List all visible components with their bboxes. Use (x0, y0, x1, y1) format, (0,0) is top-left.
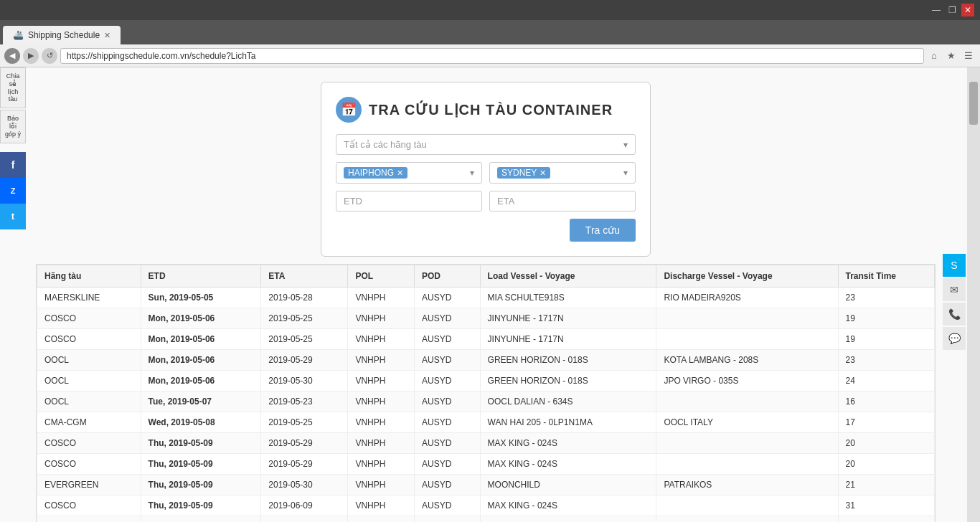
right-email-icon[interactable]: ✉ (943, 278, 966, 301)
page-content: Chia sẻ lịch tàu Báo lỗi góp ý f Z t S ✉… (0, 67, 980, 522)
scrollbar-thumb[interactable] (969, 82, 978, 125)
right-chat-icon[interactable]: 💬 (943, 327, 966, 350)
facebook-button[interactable]: f (0, 152, 26, 178)
right-skype-icon[interactable]: S (943, 254, 966, 277)
cell-transit-time: 21 (838, 475, 935, 495)
cell-load-vessel: MOONCHILD (480, 475, 656, 495)
cell-load-vessel: OOCL DALIAN - 634S (480, 392, 656, 412)
forward-button[interactable]: ▶ (23, 48, 39, 64)
cell-carrier: COSCO (37, 329, 141, 350)
cell-transit-time: 16 (838, 392, 935, 412)
cell-discharge-vessel (656, 308, 838, 329)
back-button[interactable]: ◀ (4, 48, 20, 64)
close-button[interactable]: ✕ (961, 4, 974, 16)
cell-load-vessel: MAX KING - 024S (480, 516, 656, 523)
maximize-button[interactable]: ❐ (946, 4, 958, 16)
cell-etd: Mon, 2019-05-06 (141, 350, 261, 371)
star-icon[interactable]: ★ (944, 49, 958, 63)
table-row: OOCL Tue, 2019-05-07 2019-05-23 VNHPH AU… (37, 392, 935, 412)
scrollbar[interactable] (967, 67, 980, 522)
window-controls[interactable]: — ❐ ✕ (930, 4, 974, 16)
table-row: EVERGREEN Thu, 2019-05-09 2019-05-30 VNH… (37, 475, 935, 495)
cell-etd: Sun, 2019-05-05 (141, 288, 261, 308)
table-row: COSCO Thu, 2019-05-09 2019-05-29 VNHPH A… (37, 454, 935, 475)
cell-pol: VNHPH (348, 392, 415, 412)
table-header-row: Hãng tàu ETD ETA POL POD Load Vessel - V… (37, 265, 935, 288)
etd-field[interactable]: ETD (336, 191, 482, 212)
table-row: MAERSKLINE Sun, 2019-05-05 2019-05-28 VN… (37, 288, 935, 308)
cell-transit-time: 20 (838, 454, 935, 475)
cell-etd: Wed, 2019-05-08 (141, 412, 261, 433)
active-tab[interactable]: 🚢 Shipping Schedule ✕ (3, 26, 121, 44)
right-phone-icon[interactable]: 📞 (943, 303, 966, 326)
origin-clear-button[interactable]: ✕ (397, 169, 403, 178)
cell-pol: VNHPH (348, 288, 415, 308)
cell-pod: AUSYD (415, 495, 481, 516)
cell-eta: 2019-05-25 (261, 412, 348, 433)
cell-carrier: EVERGREEN (37, 475, 141, 495)
cell-etd: Thu, 2019-05-09 (141, 433, 261, 454)
cell-carrier: OOCL (37, 371, 141, 392)
destination-value: SYDNEY (501, 168, 537, 178)
cell-load-vessel: JINYUNHE - 1717N (480, 329, 656, 350)
zalo-button[interactable]: Z (0, 178, 26, 204)
minimize-button[interactable]: — (930, 4, 943, 16)
cell-etd: Mon, 2019-05-06 (141, 329, 261, 350)
search-button[interactable]: Tra cứu (570, 219, 636, 242)
cell-transit-time: 20 (838, 433, 935, 454)
tab-bar: 🚢 Shipping Schedule ✕ (0, 20, 980, 44)
table-row: COSCO Mon, 2019-05-06 2019-05-25 VNHPH A… (37, 329, 935, 350)
header-carrier: Hãng tàu (37, 265, 141, 288)
left-sidebar: Chia sẻ lịch tàu Báo lỗi góp ý f Z t (0, 67, 27, 229)
cell-transit-time: 31 (838, 495, 935, 516)
origin-chevron-icon: ▾ (470, 168, 474, 178)
cell-carrier: COSCO (37, 495, 141, 516)
settings-icon[interactable]: ☰ (961, 49, 976, 63)
cell-etd: Tue, 2019-05-07 (141, 392, 261, 412)
reload-button[interactable]: ↺ (42, 48, 57, 64)
cell-pol: VNHPH (348, 371, 415, 392)
tab-close-button[interactable]: ✕ (104, 31, 110, 40)
cell-discharge-vessel: JPO VIRGO - 035S (656, 371, 838, 392)
cell-load-vessel: GREEN HORIZON - 018S (480, 371, 656, 392)
cell-etd: Thu, 2019-05-09 (141, 454, 261, 475)
cell-transit-time: 19 (838, 308, 935, 329)
cell-transit-time: 19 (838, 329, 935, 350)
cell-carrier: COSCO (37, 308, 141, 329)
carrier-select[interactable]: Tất cả các hãng tàu ▾ (336, 134, 636, 155)
twitter-button[interactable]: t (0, 204, 26, 229)
cell-eta: 2019-05-28 (261, 288, 348, 308)
cell-discharge-vessel: PATRAIKOS (656, 475, 838, 495)
cell-load-vessel: MAX KING - 024S (480, 495, 656, 516)
cell-pod: AUSYD (415, 308, 481, 329)
search-btn-row: Tra cứu (336, 219, 636, 242)
share-schedule-button[interactable]: Chia sẻ lịch tàu (0, 67, 26, 108)
cell-eta: 2019-05-29 (261, 454, 348, 475)
date-row: ETD ETA (336, 191, 636, 212)
schedule-table-container: Hãng tàu ETD ETA POL POD Load Vessel - V… (36, 264, 936, 522)
address-bar: ◀ ▶ ↺ ⌂ ★ ☰ (0, 44, 980, 67)
address-input[interactable] (60, 48, 924, 64)
cell-pod: AUSYD (415, 392, 481, 412)
search-title: 📅 TRA CỨU LỊCH TÀU CONTAINER (336, 97, 636, 123)
eta-field[interactable]: ETA (489, 191, 636, 212)
cell-transit-time: 17 (838, 412, 935, 433)
destination-field[interactable]: SYDNEY ✕ ▾ (489, 162, 636, 184)
cell-discharge-vessel: KOTA LAMBANG - 208S (656, 350, 838, 371)
home-icon[interactable]: ⌂ (927, 49, 941, 63)
origin-field[interactable]: HAIPHONG ✕ ▾ (336, 162, 482, 184)
search-title-icon: 📅 (336, 97, 362, 123)
report-feedback-button[interactable]: Báo lỗi góp ý (0, 110, 26, 143)
cell-etd: Thu, 2019-05-09 (141, 516, 261, 523)
table-row: OOCL Mon, 2019-05-06 2019-05-29 VNHPH AU… (37, 350, 935, 371)
cell-discharge-vessel (656, 329, 838, 350)
cell-carrier: OOCL (37, 350, 141, 371)
destination-tag: SYDNEY ✕ (497, 167, 550, 179)
cell-transit-time: 23 (838, 288, 935, 308)
cell-carrier: COSCO (37, 433, 141, 454)
destination-clear-button[interactable]: ✕ (540, 169, 546, 178)
cell-discharge-vessel: RIO MADEIRA920S (656, 288, 838, 308)
cell-pod: AUSYD (415, 412, 481, 433)
toolbar-icons: ⌂ ★ ☰ (927, 49, 976, 63)
cell-discharge-vessel (656, 392, 838, 412)
